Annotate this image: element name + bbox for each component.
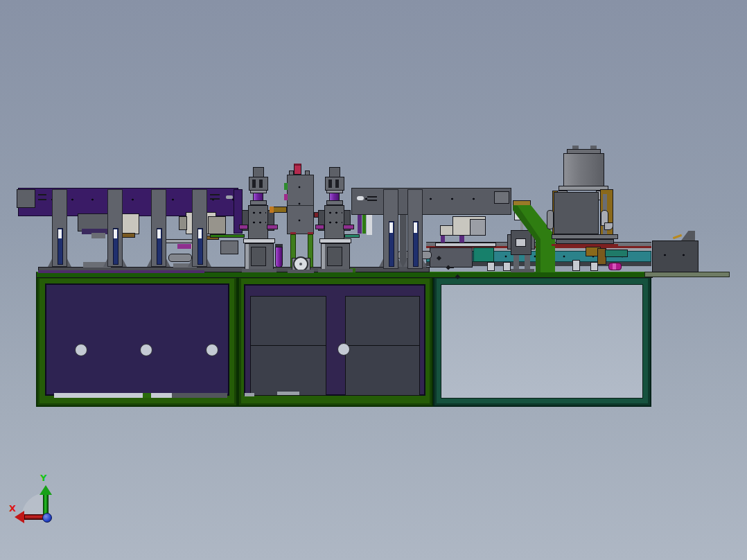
press-magenta-bar <box>267 225 278 229</box>
beam-pill <box>226 195 233 199</box>
tabletop-shelf-right <box>644 272 730 277</box>
mid-column <box>400 215 407 270</box>
mech-step2 <box>208 216 226 234</box>
beam-dash <box>38 199 46 200</box>
wheel-hub <box>299 263 302 265</box>
press-base <box>318 269 353 272</box>
cabinet-knob[interactable] <box>75 344 87 356</box>
y-axis-arrowhead[interactable] <box>39 485 52 495</box>
door-split-line <box>345 345 420 346</box>
left-panel-bottom-strip <box>54 393 143 398</box>
press-stack-plate <box>552 234 618 239</box>
press-top-block <box>253 167 264 177</box>
press-head-slot <box>328 180 332 188</box>
conveyor-stand <box>503 262 511 271</box>
press-stand-panel <box>251 247 266 266</box>
magenta-cylinder-band <box>613 263 616 270</box>
feeder-green-tab <box>284 183 288 190</box>
origin-ball[interactable] <box>42 513 52 523</box>
outfeed-bracket <box>681 231 695 240</box>
press-head-slot <box>335 180 339 188</box>
cabinet-door-left[interactable] <box>250 296 326 396</box>
beam-end-square <box>494 191 509 204</box>
fixture-leg <box>525 255 530 270</box>
support-column <box>383 189 398 269</box>
beam-dash <box>210 194 220 195</box>
press-stand-rail <box>322 244 325 270</box>
press-magenta-bar <box>343 225 354 229</box>
beam-dash <box>367 200 377 201</box>
press-stand-panel <box>327 247 342 266</box>
mech-cylinder <box>168 254 192 262</box>
press-stack-plate2 <box>556 239 614 244</box>
feeder-arm-tip <box>270 207 274 213</box>
open-frame-interior <box>441 284 643 399</box>
door-bottom-strip <box>245 393 254 396</box>
outfeed-bolts <box>656 243 695 270</box>
mech-magenta-bar <box>177 244 191 249</box>
beam-bolts <box>355 191 507 212</box>
left-panel-bottom-strip-dark <box>172 393 227 398</box>
mech-bolt-block <box>220 240 238 254</box>
mech-side-block <box>179 216 187 230</box>
conveyor-teal-box <box>473 247 494 262</box>
purple-cylinder <box>275 247 283 268</box>
mech-green-bar <box>210 234 245 238</box>
press-top-block <box>329 167 340 177</box>
door-split-line <box>250 345 326 346</box>
pipe-left <box>547 210 554 229</box>
press-head-slot <box>252 180 256 188</box>
press-table-top <box>243 238 275 243</box>
support-column <box>192 189 207 267</box>
press-body-bolts <box>327 208 342 229</box>
x-axis-arrowhead[interactable] <box>15 511 24 523</box>
feeder-bolts <box>290 179 311 227</box>
cabinet-knob[interactable] <box>140 344 152 356</box>
press-stand-rail <box>245 244 249 270</box>
feeder-base <box>288 270 314 273</box>
support-column <box>52 189 67 267</box>
press-collar2 <box>326 200 343 205</box>
pipe-elbow <box>604 222 613 230</box>
left-cabinet-panel <box>45 283 229 396</box>
fixture-leg <box>513 255 519 270</box>
press-table-top <box>319 238 351 243</box>
beam-glyph <box>357 196 364 200</box>
cabinet-knob[interactable] <box>337 343 350 356</box>
cad-viewport[interactable]: Y X <box>0 0 747 560</box>
beam-dash <box>367 196 377 198</box>
fixture-window <box>516 238 526 247</box>
cabinet-door-right[interactable] <box>345 296 420 396</box>
feeder-magenta-tab <box>284 194 288 200</box>
feeder-brown-arm <box>273 207 287 213</box>
beam-dash <box>38 194 46 195</box>
conveyor-left-box <box>430 247 473 268</box>
carriage-foot-purple <box>459 236 464 243</box>
carriage-foot-purple <box>441 236 445 243</box>
motor-cylinder <box>563 153 604 187</box>
conveyor-stand <box>487 262 495 271</box>
bed-purple-strip <box>38 270 204 273</box>
teal-bars <box>605 250 628 257</box>
y-axis-label: Y <box>40 473 46 483</box>
tool-carriage-step <box>470 219 486 236</box>
left-panel-bottom-strip-green <box>143 393 151 398</box>
chute-cap-gold <box>513 200 531 206</box>
press-box <box>554 192 599 234</box>
press-magenta-bar <box>315 225 324 229</box>
cabinet-knob[interactable] <box>206 344 218 356</box>
support-column <box>407 189 423 269</box>
press-collar2 <box>250 200 267 205</box>
press-base <box>242 269 276 272</box>
mech-step <box>91 233 105 238</box>
feeder-red-cap <box>294 164 301 175</box>
press-red-line <box>552 244 618 246</box>
carriage-platform <box>435 243 496 247</box>
mech-teal-bar <box>344 234 360 238</box>
fixture-base <box>511 269 534 272</box>
support-column <box>107 189 123 267</box>
x-axis-label: X <box>9 503 16 514</box>
press-body-bolts <box>251 208 266 229</box>
beam-end-block <box>17 189 35 208</box>
support-column <box>151 189 166 267</box>
